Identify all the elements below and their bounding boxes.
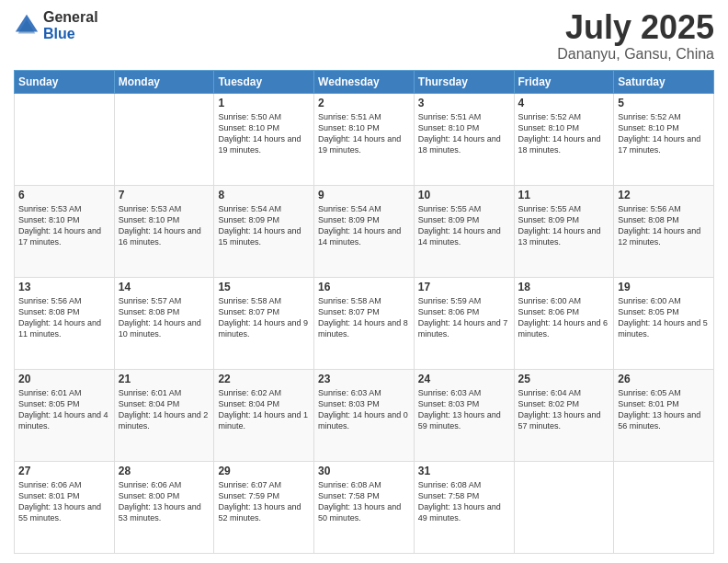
day-number: 6 [18, 189, 110, 201]
cell-info: Sunrise: 5:56 AM Sunset: 8:08 PM Dayligh… [18, 295, 110, 340]
calendar-cell: 10Sunrise: 5:55 AM Sunset: 8:09 PM Dayli… [414, 185, 514, 277]
day-number: 8 [218, 189, 310, 201]
day-number: 19 [618, 281, 710, 293]
subtitle: Dananyu, Gansu, China [557, 46, 714, 63]
cell-info: Sunrise: 5:55 AM Sunset: 8:09 PM Dayligh… [518, 203, 610, 248]
cell-info: Sunrise: 6:00 AM Sunset: 8:05 PM Dayligh… [618, 295, 710, 340]
day-number: 24 [418, 373, 510, 385]
cell-info: Sunrise: 5:58 AM Sunset: 8:07 PM Dayligh… [218, 295, 310, 340]
calendar-cell: 28Sunrise: 6:06 AM Sunset: 8:00 PM Dayli… [114, 461, 214, 553]
day-number: 17 [418, 281, 510, 293]
cell-info: Sunrise: 6:01 AM Sunset: 8:05 PM Dayligh… [18, 387, 110, 432]
calendar-cell: 25Sunrise: 6:04 AM Sunset: 8:02 PM Dayli… [514, 369, 614, 461]
header-tuesday: Tuesday [214, 70, 314, 93]
calendar-cell: 16Sunrise: 5:58 AM Sunset: 8:07 PM Dayli… [314, 277, 415, 369]
calendar-cell: 15Sunrise: 5:58 AM Sunset: 8:07 PM Dayli… [214, 277, 314, 369]
calendar-header: SundayMondayTuesdayWednesdayThursdayFrid… [15, 70, 714, 93]
calendar-cell: 8Sunrise: 5:54 AM Sunset: 8:09 PM Daylig… [214, 185, 314, 277]
main-title: July 2025 [557, 9, 714, 46]
day-number: 29 [218, 465, 310, 477]
calendar-cell: 5Sunrise: 5:52 AM Sunset: 8:10 PM Daylig… [614, 93, 714, 185]
day-number: 10 [418, 189, 510, 201]
header: General Blue July 2025 Dananyu, Gansu, C… [14, 9, 714, 63]
day-number: 4 [518, 97, 610, 109]
day-number: 1 [218, 97, 310, 109]
day-number: 25 [518, 373, 610, 385]
title-section: July 2025 Dananyu, Gansu, China [557, 9, 714, 63]
cell-info: Sunrise: 6:08 AM Sunset: 7:58 PM Dayligh… [318, 479, 410, 524]
day-number: 3 [418, 97, 510, 109]
logo-icon [14, 13, 40, 39]
week-row-1: 1Sunrise: 5:50 AM Sunset: 8:10 PM Daylig… [15, 93, 714, 185]
day-number: 18 [518, 281, 610, 293]
day-number: 21 [119, 373, 210, 385]
calendar-cell: 17Sunrise: 5:59 AM Sunset: 8:06 PM Dayli… [414, 277, 514, 369]
cell-info: Sunrise: 5:53 AM Sunset: 8:10 PM Dayligh… [119, 203, 210, 248]
day-number: 13 [18, 281, 110, 293]
logo-text: General Blue [43, 9, 98, 41]
cell-info: Sunrise: 6:07 AM Sunset: 7:59 PM Dayligh… [218, 479, 310, 524]
header-thursday: Thursday [414, 70, 514, 93]
cell-info: Sunrise: 6:00 AM Sunset: 8:06 PM Dayligh… [518, 295, 610, 340]
header-friday: Friday [514, 70, 614, 93]
calendar-cell: 29Sunrise: 6:07 AM Sunset: 7:59 PM Dayli… [214, 461, 314, 553]
cell-info: Sunrise: 5:50 AM Sunset: 8:10 PM Dayligh… [218, 111, 310, 156]
cell-info: Sunrise: 6:06 AM Sunset: 8:00 PM Dayligh… [119, 479, 210, 524]
header-row: SundayMondayTuesdayWednesdayThursdayFrid… [15, 70, 714, 93]
week-row-3: 13Sunrise: 5:56 AM Sunset: 8:08 PM Dayli… [15, 277, 714, 369]
calendar-cell: 20Sunrise: 6:01 AM Sunset: 8:05 PM Dayli… [15, 369, 115, 461]
calendar-cell: 12Sunrise: 5:56 AM Sunset: 8:08 PM Dayli… [614, 185, 714, 277]
calendar-cell: 11Sunrise: 5:55 AM Sunset: 8:09 PM Dayli… [514, 185, 614, 277]
day-number: 11 [518, 189, 610, 201]
calendar-cell: 3Sunrise: 5:51 AM Sunset: 8:10 PM Daylig… [414, 93, 514, 185]
cell-info: Sunrise: 5:53 AM Sunset: 8:10 PM Dayligh… [18, 203, 110, 248]
calendar-cell: 31Sunrise: 6:08 AM Sunset: 7:58 PM Dayli… [414, 461, 514, 553]
day-number: 27 [18, 465, 110, 477]
day-number: 23 [318, 373, 410, 385]
day-number: 9 [318, 189, 410, 201]
cell-info: Sunrise: 5:58 AM Sunset: 8:07 PM Dayligh… [318, 295, 410, 340]
logo-general: General [43, 9, 98, 26]
day-number: 30 [318, 465, 410, 477]
cell-info: Sunrise: 5:51 AM Sunset: 8:10 PM Dayligh… [318, 111, 410, 156]
calendar-cell: 19Sunrise: 6:00 AM Sunset: 8:05 PM Dayli… [614, 277, 714, 369]
cell-info: Sunrise: 5:52 AM Sunset: 8:10 PM Dayligh… [518, 111, 610, 156]
page: General Blue July 2025 Dananyu, Gansu, C… [0, 0, 728, 563]
logo: General Blue [14, 9, 98, 41]
calendar-cell: 24Sunrise: 6:03 AM Sunset: 8:03 PM Dayli… [414, 369, 514, 461]
day-number: 7 [119, 189, 210, 201]
header-wednesday: Wednesday [314, 70, 415, 93]
header-monday: Monday [114, 70, 214, 93]
day-number: 28 [119, 465, 210, 477]
logo-blue: Blue [43, 26, 98, 42]
calendar-cell [614, 461, 714, 553]
calendar-cell [114, 93, 214, 185]
cell-info: Sunrise: 6:04 AM Sunset: 8:02 PM Dayligh… [518, 387, 610, 432]
calendar-cell [15, 93, 115, 185]
week-row-2: 6Sunrise: 5:53 AM Sunset: 8:10 PM Daylig… [15, 185, 714, 277]
day-number: 2 [318, 97, 410, 109]
calendar-cell [514, 461, 614, 553]
calendar-table: SundayMondayTuesdayWednesdayThursdayFrid… [14, 70, 714, 554]
cell-info: Sunrise: 6:01 AM Sunset: 8:04 PM Dayligh… [119, 387, 210, 432]
calendar-cell: 18Sunrise: 6:00 AM Sunset: 8:06 PM Dayli… [514, 277, 614, 369]
cell-info: Sunrise: 5:51 AM Sunset: 8:10 PM Dayligh… [418, 111, 510, 156]
day-number: 15 [218, 281, 310, 293]
day-number: 12 [618, 189, 710, 201]
cell-info: Sunrise: 5:55 AM Sunset: 8:09 PM Dayligh… [418, 203, 510, 248]
cell-info: Sunrise: 5:59 AM Sunset: 8:06 PM Dayligh… [418, 295, 510, 340]
calendar-cell: 26Sunrise: 6:05 AM Sunset: 8:01 PM Dayli… [614, 369, 714, 461]
cell-info: Sunrise: 5:54 AM Sunset: 8:09 PM Dayligh… [318, 203, 410, 248]
calendar-cell: 22Sunrise: 6:02 AM Sunset: 8:04 PM Dayli… [214, 369, 314, 461]
calendar-cell: 30Sunrise: 6:08 AM Sunset: 7:58 PM Dayli… [314, 461, 415, 553]
calendar-body: 1Sunrise: 5:50 AM Sunset: 8:10 PM Daylig… [15, 93, 714, 553]
calendar-cell: 21Sunrise: 6:01 AM Sunset: 8:04 PM Dayli… [114, 369, 214, 461]
calendar-cell: 9Sunrise: 5:54 AM Sunset: 8:09 PM Daylig… [314, 185, 415, 277]
header-sunday: Sunday [15, 70, 115, 93]
cell-info: Sunrise: 6:03 AM Sunset: 8:03 PM Dayligh… [418, 387, 510, 432]
calendar-cell: 23Sunrise: 6:03 AM Sunset: 8:03 PM Dayli… [314, 369, 415, 461]
day-number: 22 [218, 373, 310, 385]
day-number: 14 [119, 281, 210, 293]
cell-info: Sunrise: 6:03 AM Sunset: 8:03 PM Dayligh… [318, 387, 410, 432]
day-number: 20 [18, 373, 110, 385]
